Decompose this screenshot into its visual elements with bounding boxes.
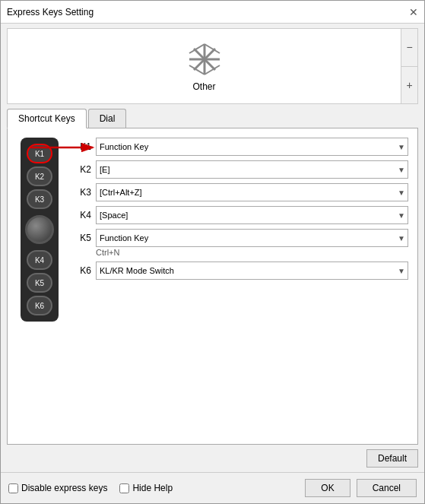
keys-config: K1 Function Key Disabled Keyboard Shortc… [75,138,408,435]
disable-express-keys-label[interactable]: Disable express keys [8,483,107,493]
plus-button[interactable]: + [401,67,417,104]
tab-content: K1 K2 K3 K4 K5 K6 [7,128,418,445]
key-button-k1[interactable]: K1 [27,144,52,163]
tabs-area: Shortcut Keys Dial K1 K2 K3 [7,109,418,445]
key-row-k3: K3 [Ctrl+Alt+Z] Disabled Function Key ▼ [75,183,408,201]
dial-wheel[interactable] [25,215,54,244]
device-icon [186,40,224,78]
key-row-k2: K2 [E] Disabled Function Key Keyboard Sh… [75,160,408,179]
k6-label: K6 [75,265,91,276]
stylus-icon [186,41,223,78]
k3-select[interactable]: [Ctrl+Alt+Z] Disabled Function Key [96,183,408,201]
key-button-k3[interactable]: K3 [27,189,52,209]
device-panel: Other − + [7,28,418,104]
device-label: Other [192,81,215,92]
tab-row: Shortcut Keys Dial [7,109,418,128]
k5-group: K5 Function Key Disabled Keyboard Shortc… [75,229,408,257]
k4-label: K4 [75,210,91,220]
default-button[interactable]: Default [366,449,418,468]
cancel-button[interactable]: Cancel [357,479,417,497]
tablet-body: K1 K2 K3 K4 K5 K6 [21,138,59,322]
disable-express-keys-checkbox[interactable] [8,483,18,493]
minus-button[interactable]: − [401,29,417,67]
k3-select-wrapper: [Ctrl+Alt+Z] Disabled Function Key ▼ [96,183,408,201]
k5-sub-label: Ctrl+N [75,248,408,257]
bottom-bar: Default [1,445,424,472]
close-button[interactable]: ✕ [409,7,418,17]
hide-help-label[interactable]: Hide Help [119,483,173,493]
window-title: Express Keys Setting [7,7,94,17]
k2-label: K2 [75,164,91,175]
k4-select[interactable]: [Space] Disabled Function Key [96,206,408,224]
k5-select-wrapper: Function Key Disabled Keyboard Shortcut … [96,229,408,247]
key-button-k6[interactable]: K6 [27,296,52,315]
k1-select[interactable]: Function Key Disabled Keyboard Shortcut … [96,138,408,156]
k2-select-wrapper: [E] Disabled Function Key Keyboard Short… [96,160,408,179]
title-bar: Express Keys Setting ✕ [1,1,424,24]
key-button-k4[interactable]: K4 [27,250,52,270]
key-button-k2[interactable]: K2 [27,166,52,186]
k1-label: K1 [75,141,91,152]
k3-label: K3 [75,187,91,198]
footer-right: OK Cancel [305,479,417,497]
k5-select[interactable]: Function Key Disabled Keyboard Shortcut [96,229,408,247]
main-window: Express Keys Setting ✕ Other − [0,0,425,504]
footer-left: Disable express keys Hide Help [8,483,173,493]
device-visual: K1 K2 K3 K4 K5 K6 [17,138,62,435]
key-row-k6: K6 KL/KR Mode Switch Disabled Function K… [75,262,408,280]
key-row-k1: K1 Function Key Disabled Keyboard Shortc… [75,138,408,156]
device-content: Other [8,29,401,103]
k1-select-wrapper: Function Key Disabled Keyboard Shortcut … [96,138,408,156]
k6-select-wrapper: KL/KR Mode Switch Disabled Function Key … [96,262,408,280]
tab-dial[interactable]: Dial [88,109,127,128]
side-buttons: − + [401,29,417,103]
k6-select[interactable]: KL/KR Mode Switch Disabled Function Key [96,262,408,280]
ok-button[interactable]: OK [305,479,350,497]
footer: Disable express keys Hide Help OK Cancel [1,472,424,503]
hide-help-checkbox[interactable] [119,483,129,493]
k2-select[interactable]: [E] Disabled Function Key Keyboard Short… [96,160,408,179]
tab-shortcut-keys[interactable]: Shortcut Keys [7,109,87,128]
k5-label: K5 [75,233,91,243]
key-row-k5: K5 Function Key Disabled Keyboard Shortc… [75,229,408,247]
k4-select-wrapper: [Space] Disabled Function Key ▼ [96,206,408,224]
key-button-k5[interactable]: K5 [27,273,52,293]
key-row-k4: K4 [Space] Disabled Function Key ▼ [75,206,408,224]
